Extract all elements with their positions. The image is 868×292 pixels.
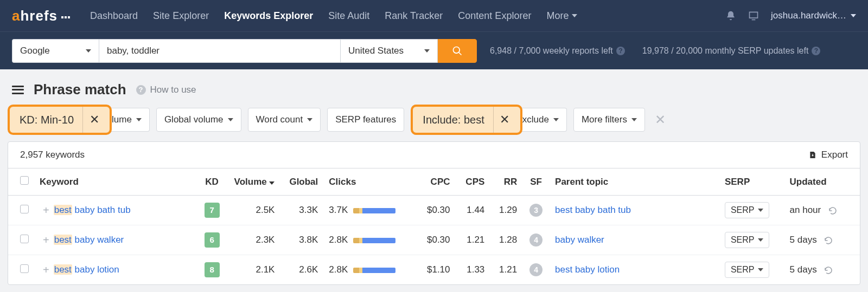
search-engine-select[interactable]: Google [12, 39, 99, 63]
nav-more-label: More [546, 10, 569, 22]
cell-clicks: 3.7K [323, 196, 415, 225]
cell-cps: 1.44 [456, 196, 490, 225]
cell-cpc: $1.10 [416, 255, 456, 285]
search-button[interactable] [438, 39, 477, 63]
expand-icon[interactable]: + [43, 204, 49, 217]
filter-serp-features[interactable]: SERP features [327, 108, 404, 132]
serp-updates-left-status: 19,978 / 20,000 monthly SERP updates lef… [642, 46, 821, 56]
cell-global: 2.6K [280, 255, 323, 285]
cell-rr: 1.21 [490, 255, 522, 285]
chevron-down-icon [307, 118, 312, 121]
row-checkbox[interactable] [20, 205, 29, 213]
col-cpc[interactable]: CPC [416, 168, 456, 196]
refresh-icon[interactable] [824, 236, 833, 245]
table-row: +best baby bath tub72.5K3.3K3.7K $0.301.… [8, 196, 860, 225]
cell-clicks: 2.8K [323, 255, 415, 285]
keywords-input[interactable]: baby, toddler [99, 39, 340, 63]
nav-site-explorer[interactable]: Site Explorer [153, 10, 209, 22]
menu-toggle-icon[interactable] [12, 86, 24, 94]
cell-volume: 2.1K [228, 255, 280, 285]
filter-volume[interactable]: lume [108, 108, 150, 132]
col-volume[interactable]: Volume [228, 168, 280, 196]
select-all-checkbox[interactable] [20, 176, 29, 185]
serp-button[interactable]: SERP [725, 202, 769, 218]
chevron-down-icon [758, 209, 763, 212]
col-parent[interactable]: Parent topic [550, 168, 719, 196]
sf-badge: 3 [529, 204, 542, 217]
nav-dashboard[interactable]: Dashboard [90, 10, 138, 22]
user-menu[interactable]: joshua.hardwick… [771, 10, 856, 21]
top-nav: ahrefs Dashboard Site Explorer Keywords … [0, 0, 868, 31]
col-keyword[interactable]: Keyword [34, 168, 196, 196]
keyword-link[interactable]: best baby walker [54, 235, 124, 245]
col-serp[interactable]: SERP [719, 168, 784, 196]
col-kd[interactable]: KD [196, 168, 228, 196]
chevron-down-icon [86, 49, 91, 53]
refresh-icon[interactable] [824, 265, 833, 275]
parent-topic-link[interactable]: best baby bath tub [555, 205, 631, 215]
spark-bar [353, 208, 395, 213]
expand-icon[interactable]: + [43, 234, 49, 246]
refresh-icon[interactable] [828, 206, 838, 216]
keyword-link[interactable]: best baby bath tub [54, 205, 131, 216]
chevron-down-icon [758, 268, 763, 271]
serp-button[interactable]: SERP [725, 232, 769, 248]
filter-include-active[interactable]: Include: best ✕ [411, 105, 522, 135]
parent-topic-link[interactable]: baby walker [555, 235, 604, 245]
cell-cpc: $0.30 [416, 225, 456, 255]
clear-filters-icon[interactable]: ✕ [652, 112, 669, 127]
monitor-icon[interactable] [748, 10, 759, 21]
serp-button[interactable]: SERP [725, 262, 769, 278]
cell-global: 3.8K [280, 225, 323, 255]
cell-updated: 5 days [784, 225, 860, 255]
col-cps[interactable]: CPS [456, 168, 490, 196]
row-checkbox[interactable] [20, 264, 29, 273]
help-icon[interactable]: ? [812, 47, 820, 55]
close-icon[interactable]: ✕ [82, 107, 105, 133]
kd-badge: 7 [205, 203, 220, 218]
cell-cps: 1.33 [456, 255, 490, 285]
close-icon[interactable]: ✕ [493, 107, 516, 133]
spark-bar [353, 238, 395, 243]
bell-icon[interactable] [725, 10, 736, 21]
nav-content-explorer[interactable]: Content Explorer [458, 10, 531, 22]
export-label: Export [821, 150, 848, 160]
export-button[interactable]: Export [808, 150, 848, 160]
table-row: +best baby lotion82.1K2.6K2.8K $1.101.33… [8, 255, 860, 285]
filter-kd-label: KD: Min-10 [14, 114, 79, 126]
sf-badge: 4 [529, 263, 542, 276]
cell-volume: 2.3K [228, 225, 280, 255]
how-to-use-label: How to use [150, 85, 196, 95]
keyword-link[interactable]: best baby lotion [54, 264, 119, 275]
filter-kd-active[interactable]: KD: Min-10 ✕ [8, 105, 112, 135]
country-value: United States [348, 46, 404, 56]
col-sf[interactable]: SF [522, 168, 550, 196]
col-clicks[interactable]: Clicks [323, 168, 415, 196]
logo[interactable]: ahrefs [12, 8, 71, 24]
expand-icon[interactable]: + [43, 264, 49, 276]
nav-rank-tracker[interactable]: Rank Tracker [385, 10, 443, 22]
filter-more[interactable]: More filters [573, 108, 645, 132]
row-checkbox[interactable] [20, 235, 29, 243]
chevron-down-icon [631, 118, 637, 121]
keywords-value: baby, toddler [107, 46, 159, 56]
how-to-use-link[interactable]: ? How to use [136, 85, 196, 95]
col-rr[interactable]: RR [490, 168, 522, 196]
help-icon[interactable]: ? [616, 47, 625, 55]
cell-clicks: 2.8K [323, 225, 415, 255]
parent-topic-link[interactable]: best baby lotion [555, 264, 620, 275]
col-global[interactable]: Global [280, 168, 323, 196]
filter-word-count[interactable]: Word count [248, 108, 321, 132]
filter-exclude[interactable]: xclude [519, 108, 567, 132]
chevron-down-icon [758, 238, 763, 242]
filter-global-volume[interactable]: Global volume [156, 108, 241, 132]
download-icon [808, 150, 817, 160]
nav-more[interactable]: More [546, 10, 577, 22]
col-updated[interactable]: Updated [784, 168, 860, 196]
kd-badge: 6 [205, 232, 220, 248]
chevron-down-icon [572, 14, 577, 17]
nav-site-audit[interactable]: Site Audit [328, 10, 369, 22]
nav-keywords-explorer[interactable]: Keywords Explorer [224, 10, 313, 22]
country-select[interactable]: United States [340, 39, 438, 63]
chevron-down-icon [553, 118, 559, 121]
